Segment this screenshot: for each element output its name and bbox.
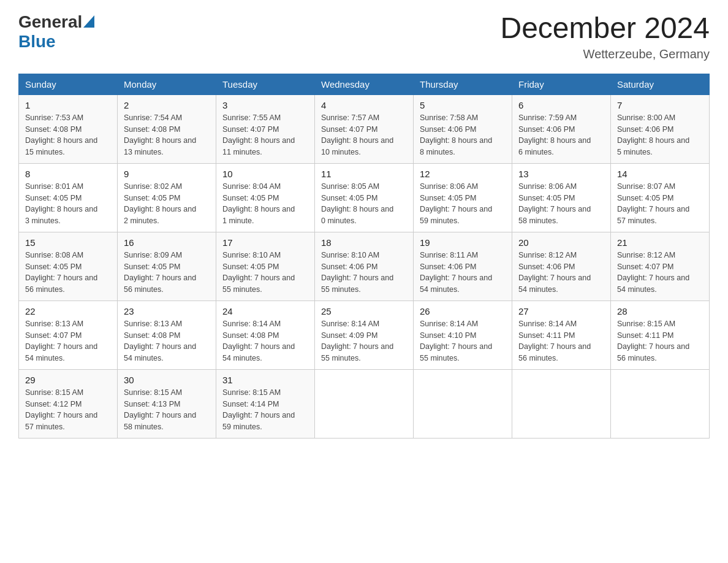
day-number: 29: [25, 375, 111, 385]
calendar-cell: 22Sunrise: 8:13 AMSunset: 4:07 PMDayligh…: [19, 301, 118, 369]
calendar-cell: 5Sunrise: 7:58 AMSunset: 4:06 PMDaylight…: [414, 94, 512, 163]
header-cell-monday: Monday: [118, 74, 216, 94]
day-number: 17: [222, 237, 308, 248]
day-info: Sunrise: 8:01 AMSunset: 4:05 PMDaylight:…: [25, 181, 111, 227]
calendar-cell: 4Sunrise: 7:57 AMSunset: 4:07 PMDaylight…: [315, 94, 414, 163]
day-info: Sunrise: 7:59 AMSunset: 4:06 PMDaylight:…: [518, 112, 604, 158]
day-number: 14: [617, 169, 703, 179]
page-header: General Blue December 2024 Wetterzeube, …: [18, 12, 710, 61]
logo-blue-text: Blue: [18, 32, 56, 51]
calendar-cell: [512, 369, 611, 438]
calendar-cell: 2Sunrise: 7:54 AMSunset: 4:08 PMDaylight…: [118, 94, 216, 163]
calendar-cell: 26Sunrise: 8:14 AMSunset: 4:10 PMDayligh…: [414, 301, 512, 369]
day-number: 19: [420, 237, 506, 248]
day-number: 8: [25, 169, 111, 179]
day-number: 6: [518, 100, 604, 110]
day-info: Sunrise: 8:15 AMSunset: 4:11 PMDaylight:…: [617, 318, 703, 364]
day-info: Sunrise: 7:57 AMSunset: 4:07 PMDaylight:…: [321, 112, 407, 158]
day-number: 31: [222, 375, 308, 385]
calendar-table: SundayMondayTuesdayWednesdayThursdayFrid…: [18, 74, 710, 439]
calendar-cell: 21Sunrise: 8:12 AMSunset: 4:07 PMDayligh…: [611, 232, 710, 301]
calendar-cell: 17Sunrise: 8:10 AMSunset: 4:05 PMDayligh…: [216, 232, 315, 301]
day-info: Sunrise: 8:10 AMSunset: 4:06 PMDaylight:…: [321, 250, 407, 296]
day-info: Sunrise: 8:15 AMSunset: 4:13 PMDaylight:…: [124, 387, 210, 433]
logo: General Blue: [18, 12, 94, 52]
calendar-cell: [315, 369, 414, 438]
day-info: Sunrise: 8:06 AMSunset: 4:05 PMDaylight:…: [518, 181, 604, 227]
day-number: 11: [321, 169, 407, 179]
day-info: Sunrise: 8:13 AMSunset: 4:07 PMDaylight:…: [25, 318, 111, 364]
day-info: Sunrise: 8:08 AMSunset: 4:05 PMDaylight:…: [25, 250, 111, 296]
day-info: Sunrise: 8:14 AMSunset: 4:11 PMDaylight:…: [518, 318, 604, 364]
day-number: 26: [420, 306, 506, 316]
header-cell-saturday: Saturday: [611, 74, 710, 94]
calendar-cell: 14Sunrise: 8:07 AMSunset: 4:05 PMDayligh…: [611, 163, 710, 232]
calendar-header: SundayMondayTuesdayWednesdayThursdayFrid…: [19, 74, 710, 94]
day-number: 25: [321, 306, 407, 316]
calendar-cell: 8Sunrise: 8:01 AMSunset: 4:05 PMDaylight…: [19, 163, 118, 232]
day-info: Sunrise: 8:05 AMSunset: 4:05 PMDaylight:…: [321, 181, 407, 227]
calendar-cell: 15Sunrise: 8:08 AMSunset: 4:05 PMDayligh…: [19, 232, 118, 301]
week-row: 15Sunrise: 8:08 AMSunset: 4:05 PMDayligh…: [19, 232, 710, 301]
header-row: SundayMondayTuesdayWednesdayThursdayFrid…: [19, 74, 710, 94]
day-number: 5: [420, 100, 506, 110]
calendar-cell: 18Sunrise: 8:10 AMSunset: 4:06 PMDayligh…: [315, 232, 414, 301]
day-number: 7: [617, 100, 703, 110]
day-number: 2: [124, 100, 210, 110]
calendar-cell: 11Sunrise: 8:05 AMSunset: 4:05 PMDayligh…: [315, 163, 414, 232]
calendar-cell: 30Sunrise: 8:15 AMSunset: 4:13 PMDayligh…: [118, 369, 216, 438]
day-number: 12: [420, 169, 506, 179]
day-info: Sunrise: 8:06 AMSunset: 4:05 PMDaylight:…: [420, 181, 506, 227]
day-number: 27: [518, 306, 604, 316]
day-info: Sunrise: 8:09 AMSunset: 4:05 PMDaylight:…: [124, 250, 210, 296]
day-number: 24: [222, 306, 308, 316]
calendar-cell: 28Sunrise: 8:15 AMSunset: 4:11 PMDayligh…: [611, 301, 710, 369]
header-cell-friday: Friday: [512, 74, 611, 94]
calendar-cell: 16Sunrise: 8:09 AMSunset: 4:05 PMDayligh…: [118, 232, 216, 301]
day-number: 30: [124, 375, 210, 385]
calendar-cell: [611, 369, 710, 438]
calendar-cell: 20Sunrise: 8:12 AMSunset: 4:06 PMDayligh…: [512, 232, 611, 301]
day-info: Sunrise: 7:53 AMSunset: 4:08 PMDaylight:…: [25, 112, 111, 158]
header-cell-sunday: Sunday: [19, 74, 118, 94]
location-text: Wetterzeube, Germany: [500, 47, 710, 61]
header-cell-tuesday: Tuesday: [216, 74, 315, 94]
day-number: 20: [518, 237, 604, 248]
day-info: Sunrise: 7:54 AMSunset: 4:08 PMDaylight:…: [124, 112, 210, 158]
day-info: Sunrise: 8:12 AMSunset: 4:06 PMDaylight:…: [518, 250, 604, 296]
day-info: Sunrise: 8:10 AMSunset: 4:05 PMDaylight:…: [222, 250, 308, 296]
calendar-cell: [414, 369, 512, 438]
calendar-body: 1Sunrise: 7:53 AMSunset: 4:08 PMDaylight…: [19, 94, 710, 438]
logo-triangle-icon: [83, 15, 94, 28]
day-number: 28: [617, 306, 703, 316]
day-number: 21: [617, 237, 703, 248]
day-info: Sunrise: 8:15 AMSunset: 4:14 PMDaylight:…: [222, 387, 308, 433]
day-info: Sunrise: 8:11 AMSunset: 4:06 PMDaylight:…: [420, 250, 506, 296]
day-number: 22: [25, 306, 111, 316]
week-row: 8Sunrise: 8:01 AMSunset: 4:05 PMDaylight…: [19, 163, 710, 232]
header-cell-wednesday: Wednesday: [315, 74, 414, 94]
day-number: 18: [321, 237, 407, 248]
day-number: 16: [124, 237, 210, 248]
calendar-cell: 23Sunrise: 8:13 AMSunset: 4:08 PMDayligh…: [118, 301, 216, 369]
calendar-cell: 3Sunrise: 7:55 AMSunset: 4:07 PMDaylight…: [216, 94, 315, 163]
month-title: December 2024: [500, 12, 710, 45]
calendar-cell: 12Sunrise: 8:06 AMSunset: 4:05 PMDayligh…: [414, 163, 512, 232]
day-number: 10: [222, 169, 308, 179]
calendar-cell: 27Sunrise: 8:14 AMSunset: 4:11 PMDayligh…: [512, 301, 611, 369]
day-number: 3: [222, 100, 308, 110]
calendar-cell: 13Sunrise: 8:06 AMSunset: 4:05 PMDayligh…: [512, 163, 611, 232]
calendar-cell: 31Sunrise: 8:15 AMSunset: 4:14 PMDayligh…: [216, 369, 315, 438]
day-info: Sunrise: 8:13 AMSunset: 4:08 PMDaylight:…: [124, 318, 210, 364]
day-info: Sunrise: 8:00 AMSunset: 4:06 PMDaylight:…: [617, 112, 703, 158]
logo-general-text: General: [18, 12, 82, 32]
day-number: 1: [25, 100, 111, 110]
week-row: 29Sunrise: 8:15 AMSunset: 4:12 PMDayligh…: [19, 369, 710, 438]
calendar-cell: 25Sunrise: 8:14 AMSunset: 4:09 PMDayligh…: [315, 301, 414, 369]
day-number: 23: [124, 306, 210, 316]
title-section: December 2024 Wetterzeube, Germany: [500, 12, 710, 61]
calendar-cell: 19Sunrise: 8:11 AMSunset: 4:06 PMDayligh…: [414, 232, 512, 301]
header-cell-thursday: Thursday: [414, 74, 512, 94]
calendar-cell: 1Sunrise: 7:53 AMSunset: 4:08 PMDaylight…: [19, 94, 118, 163]
day-info: Sunrise: 7:55 AMSunset: 4:07 PMDaylight:…: [222, 112, 308, 158]
